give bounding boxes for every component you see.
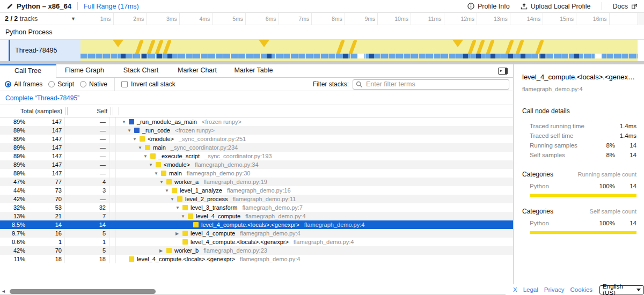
radio-script-label[interactable]: Script (57, 80, 74, 88)
marker-glyph-slash[interactable] (336, 40, 345, 54)
marker-glyph-triangle[interactable] (452, 40, 463, 47)
call-tree-row[interactable]: 44%733▼level_1_analyzeflamegraph_demo.py… (0, 186, 513, 195)
collapse-expander-icon[interactable]: ▼ (165, 188, 172, 193)
docs-link[interactable]: Docs (613, 3, 638, 10)
marker-glyph-slash[interactable] (348, 40, 357, 54)
breadcrumb-bar: Complete “Thread-78495” (0, 91, 513, 105)
process-track-header[interactable]: Python Process (0, 25, 644, 40)
collapse-expander-icon[interactable]: ▼ (149, 163, 156, 167)
call-tree-row[interactable]: 89%147—▼<module>_sync_coordinator.py:251 (0, 135, 513, 143)
tracks-dropdown[interactable]: 2 / 2 tracks ▼ (0, 13, 80, 25)
collapse-expander-icon[interactable]: ▼ (127, 128, 134, 133)
filter-stacks-input[interactable] (353, 79, 509, 90)
detail-row: Traced self time1.4ms (522, 131, 636, 141)
privacy-link[interactable]: Privacy (544, 286, 565, 293)
marker-glyph-slash[interactable] (486, 40, 494, 54)
tab-marker-chart[interactable]: Marker Chart (169, 64, 225, 78)
radio-all-frames-label[interactable]: All frames (14, 80, 42, 88)
total-samples: 73 (28, 187, 64, 194)
sample-gap (595, 54, 602, 58)
radio-script[interactable] (48, 81, 55, 87)
call-tree-row[interactable]: 13%217▼level_4_computeflamegraph_demo.py… (0, 212, 513, 220)
category-color-icon (182, 239, 188, 245)
call-tree-row[interactable]: 9.7%165▶level_4_computeflamegraph_demo.p… (0, 229, 513, 238)
profile-info-button[interactable]: Profile Info (467, 3, 510, 10)
tab-marker-table[interactable]: Marker Table (225, 64, 282, 78)
thread-track-label[interactable]: Thread-78495 (10, 40, 80, 61)
call-tree-row[interactable]: 47%774▼worker_aflamegraph_demo.py:19 (0, 178, 513, 186)
call-tree-row[interactable]: 8.5%1414level_4_compute.<locals>.<genexp… (0, 220, 513, 229)
call-tree-row[interactable]: 11%1818level_4_compute.<locals>.<genexpr… (0, 255, 513, 263)
language-select[interactable]: English (US) (599, 285, 644, 294)
category-strip-cell (110, 238, 116, 246)
marker-glyph-slash[interactable] (505, 40, 514, 54)
call-tree-row[interactable]: 89%147—▼<module>flamegraph_demo.py:34 (0, 160, 513, 169)
ruler-tick: 16ms (576, 13, 610, 25)
marker-glyph-slash[interactable] (535, 40, 544, 54)
sidebar-toggle-icon[interactable] (498, 68, 508, 75)
breadcrumb[interactable]: Complete “Thread-78495” (5, 94, 79, 102)
scroll-left-arrow-icon[interactable]: ◂ (2, 288, 5, 294)
column-header-self[interactable]: Self (68, 108, 111, 114)
invert-call-stack-checkbox[interactable] (121, 81, 128, 87)
marker-glyph-triangle[interactable] (259, 40, 269, 47)
call-tree-row[interactable]: 89%147—▼main_sync_coordinator.py:234 (0, 143, 513, 152)
ruler-tick: 15ms (543, 13, 576, 25)
call-tree-row[interactable]: 89%147—▼_run_module_as_main<frozen runpy… (0, 117, 513, 126)
marker-glyph-slash[interactable] (163, 40, 171, 54)
column-header-total[interactable]: Total (samples) (0, 108, 65, 114)
call-tree-row[interactable]: 42%70—▼level_2_processflamegraph_demo.py… (0, 195, 513, 203)
collapse-expander-icon[interactable]: ▼ (133, 137, 140, 142)
radio-native[interactable] (80, 81, 86, 87)
full-range-link[interactable]: Full Range (17ms) (84, 3, 139, 10)
legal-link[interactable]: Legal (523, 286, 538, 293)
samples-strip[interactable] (80, 54, 638, 58)
top-header-bar: Python – x86_64 Full Range (17ms) Profil… (0, 0, 644, 13)
cookies-link[interactable]: Cookies (570, 286, 593, 293)
collapse-expander-icon[interactable]: ▼ (175, 205, 182, 210)
detail-percent: 8% (591, 142, 615, 149)
thread-track[interactable]: Thread-78495 (0, 40, 644, 61)
call-tree-row[interactable]: 89%147—▼_run_code<frozen runpy> (0, 126, 513, 135)
collapse-expander-icon[interactable]: ▼ (138, 145, 145, 150)
marker-glyph-slash[interactable] (515, 40, 524, 54)
call-tree-row[interactable]: 42%705▶worker_bflamegraph_demo.py:23 (0, 246, 513, 255)
tab-flame-graph[interactable]: Flame Graph (56, 64, 113, 78)
source-location: flamegraph_demo.py:11 (233, 196, 296, 202)
marker-glyph-slash[interactable] (155, 40, 163, 54)
tab-call-tree[interactable]: Call Tree (0, 64, 56, 78)
collapse-expander-icon[interactable]: ▼ (159, 180, 166, 185)
upload-profile-button[interactable]: Upload Local Profile (521, 3, 591, 10)
marker-glyph-slash[interactable] (135, 40, 143, 54)
self-samples: — (65, 160, 110, 169)
marker-glyph-slash[interactable] (476, 40, 485, 54)
call-tree-row[interactable]: 89%147—▼mainflamegraph_demo.py:30 (0, 169, 513, 178)
tab-stack-chart[interactable]: Stack Chart (113, 64, 169, 78)
collapse-expander-icon[interactable]: ▼ (181, 214, 188, 219)
sample-dark-segment (491, 54, 495, 58)
collapse-expander-icon[interactable]: ▼ (122, 120, 129, 124)
marker-glyph-slash[interactable] (147, 40, 155, 54)
radio-native-label[interactable]: Native (89, 80, 107, 88)
collapse-expander-icon[interactable]: ▼ (154, 171, 161, 176)
thread-activity-graph[interactable] (80, 40, 638, 61)
x-social-link[interactable]: X (513, 286, 517, 293)
collapse-expander-icon[interactable]: ▼ (143, 154, 150, 159)
sample-dark-segment (142, 54, 147, 58)
expand-expander-icon[interactable]: ▶ (159, 248, 166, 253)
edit-pencil-icon[interactable] (6, 3, 13, 10)
collapse-expander-icon[interactable]: ▼ (170, 197, 177, 202)
filter-toolbar: All frames Script Native Invert call sta… (0, 78, 513, 91)
call-tree-row[interactable]: 32%5332▼level_3_transformflamegraph_demo… (0, 203, 513, 212)
call-tree-row[interactable]: 0.6%11level_4_compute.<locals>.<genexpr>… (0, 238, 513, 246)
invert-call-stack-label[interactable]: Invert call stack (131, 80, 175, 88)
call-tree-row[interactable]: 89%147—▼_execute_script_sync_coordinator… (0, 152, 513, 160)
marker-glyph-slash[interactable] (467, 40, 476, 54)
marker-glyph-triangle[interactable] (113, 40, 123, 47)
radio-all-frames[interactable] (5, 81, 11, 87)
category-strip-cell (110, 195, 116, 203)
scrollbar-thumb[interactable] (10, 289, 156, 294)
total-percent: 42% (0, 247, 28, 254)
sample-dark-segment (476, 54, 481, 58)
expand-expander-icon[interactable]: ▶ (175, 231, 182, 236)
